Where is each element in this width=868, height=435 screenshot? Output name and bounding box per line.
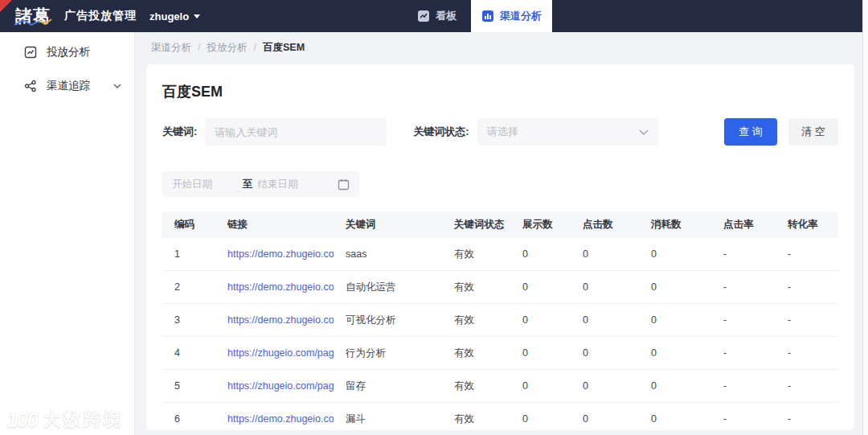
breadcrumb-separator: / xyxy=(253,42,256,53)
row-link[interactable]: https://demo.zhugeio.com/ac xyxy=(227,413,334,425)
cell-keyword: 行为分析 xyxy=(334,337,442,370)
end-date-input[interactable] xyxy=(258,179,327,190)
keyword-input[interactable] xyxy=(205,118,387,146)
cell-cvr: - xyxy=(776,403,838,430)
keyword-status-select[interactable]: 请选择 xyxy=(477,118,658,146)
bar-chart-icon xyxy=(481,10,494,23)
column-header: 展示数 xyxy=(510,211,571,238)
keyword-status-label: 关键词状态: xyxy=(413,125,469,139)
cell-keyword: saas xyxy=(334,238,442,271)
caret-down-icon xyxy=(194,14,200,18)
breadcrumb-separator: / xyxy=(198,42,200,53)
cell-ctr: - xyxy=(711,238,776,271)
cell-impressions: 0 xyxy=(510,337,571,370)
cell-cost: 0 xyxy=(639,337,711,370)
cell-link: https://demo.zhugeio.com/ac xyxy=(215,403,334,430)
column-header: 编码 xyxy=(162,211,215,238)
cell-status: 有效 xyxy=(442,238,510,271)
line-chart-icon xyxy=(417,10,430,23)
select-placeholder: 请选择 xyxy=(487,125,518,139)
cell-status: 有效 xyxy=(442,370,510,403)
tab-channel-label: 渠道分析 xyxy=(500,9,542,23)
chevron-down-icon xyxy=(113,84,121,88)
breadcrumb-item[interactable]: 投放分析 / xyxy=(207,41,262,55)
cell-impressions: 0 xyxy=(510,271,571,304)
search-button[interactable]: 查 询 xyxy=(724,118,777,146)
chevron-down-icon xyxy=(639,129,649,135)
cell-cvr: - xyxy=(776,304,838,337)
column-header: 转化率 xyxy=(776,211,838,238)
tab-dashboard[interactable]: 看板 xyxy=(417,0,457,32)
cell-impressions: 0 xyxy=(510,304,571,337)
cell-cost: 0 xyxy=(639,304,711,337)
cell-cvr: - xyxy=(776,271,838,304)
cell-id: 3 xyxy=(162,304,215,337)
filter-buttons: 查 询 清 空 xyxy=(724,118,838,146)
table-header-row: 编码 链接 关键词 关键词状态 展示数 点击数 消耗数 xyxy=(162,211,838,238)
page-scrollbar[interactable] xyxy=(862,0,868,435)
column-header: 点击数 xyxy=(571,211,639,238)
start-date-input[interactable] xyxy=(172,179,241,190)
cell-link: https://demo.zhugeio.com/ac xyxy=(215,271,334,304)
table-row: 1 https://demo.zhugeio.com/ac saas 有效 0 … xyxy=(162,238,838,271)
cell-clicks: 0 xyxy=(571,403,639,430)
breadcrumb-item[interactable]: 渠道分析 / xyxy=(151,41,207,55)
cell-link: https://zhugeio.com/page/bu xyxy=(215,337,334,370)
sidebar-item-delivery-analysis[interactable]: 投放分析 xyxy=(0,35,134,69)
column-header: 链接 xyxy=(215,211,334,238)
cell-keyword: 自动化运营 xyxy=(334,271,442,304)
cell-impressions: 0 xyxy=(510,238,571,271)
table-body: 1 https://demo.zhugeio.com/ac saas 有效 0 … xyxy=(162,238,838,430)
share-nodes-icon xyxy=(24,80,37,92)
cell-link: https://zhugeio.com/page/bu xyxy=(215,370,334,403)
clear-button[interactable]: 清 空 xyxy=(788,118,838,146)
row-link[interactable]: https://demo.zhugeio.com/ac xyxy=(227,314,334,326)
sidebar-item-label: 渠道追踪 xyxy=(47,79,90,93)
cell-clicks: 0 xyxy=(571,271,639,304)
cell-impressions: 0 xyxy=(510,403,571,430)
table-row: 4 https://zhugeio.com/page/bu 行为分析 有效 0 … xyxy=(162,337,838,370)
column-header: 消耗数 xyxy=(639,211,711,238)
brand-logo: 諸葛 xyxy=(15,3,51,29)
breadcrumb-item[interactable]: 百度SEM / xyxy=(263,41,305,55)
cell-link: https://demo.zhugeio.com/ac xyxy=(215,238,334,271)
cell-id: 4 xyxy=(162,337,215,370)
cell-clicks: 0 xyxy=(571,337,639,370)
cell-clicks: 0 xyxy=(571,304,639,337)
tab-channel-analysis[interactable]: 渠道分析 xyxy=(471,0,552,32)
row-link[interactable]: https://zhugeio.com/page/bu xyxy=(227,380,334,392)
tab-dashboard-label: 看板 xyxy=(436,9,457,23)
cell-status: 有效 xyxy=(442,403,510,430)
row-link[interactable]: https://demo.zhugeio.com/ac xyxy=(227,248,334,260)
date-separator: 至 xyxy=(243,178,253,191)
cell-cost: 0 xyxy=(639,370,711,403)
sidebar: 投放分析 渠道追踪 xyxy=(0,32,135,435)
main-content: 渠道分析 / 投放分析 / 百度SEM / 百度SEM 关键词: xyxy=(135,32,862,435)
cell-cost: 0 xyxy=(639,271,711,304)
cell-ctr: - xyxy=(711,337,776,370)
page-title: 百度SEM xyxy=(162,82,838,101)
cell-clicks: 0 xyxy=(571,370,639,403)
table-row: 3 https://demo.zhugeio.com/ac 可视化分析 有效 0… xyxy=(162,304,838,337)
row-link[interactable]: https://demo.zhugeio.com/ac xyxy=(227,281,334,293)
column-header: 关键词状态 xyxy=(442,211,510,238)
cell-keyword: 留存 xyxy=(334,370,442,403)
keywords-table: 编码 链接 关键词 关键词状态 展示数 点击数 消耗数 xyxy=(162,211,838,430)
report-icon xyxy=(24,46,37,59)
cell-cost: 0 xyxy=(639,403,711,430)
cell-cvr: - xyxy=(776,370,838,403)
cell-impressions: 0 xyxy=(510,370,571,403)
top-navbar: 諸葛 广告投放管理 zhugelo 看板 渠道分析 xyxy=(0,0,862,32)
cell-keyword: 可视化分析 xyxy=(334,304,442,337)
cell-ctr: - xyxy=(711,403,776,430)
date-range-picker[interactable]: 至 xyxy=(162,171,359,197)
sidebar-item-channel-tracking[interactable]: 渠道追踪 xyxy=(0,69,134,103)
cell-keyword: 漏斗 xyxy=(334,403,442,430)
cell-status: 有效 xyxy=(442,337,510,370)
cell-id: 1 xyxy=(162,238,215,271)
calendar-icon[interactable] xyxy=(338,179,350,191)
user-menu[interactable]: zhugelo xyxy=(149,0,200,32)
app-screen: 諸葛 广告投放管理 zhugelo 看板 渠道分析 xyxy=(0,0,868,435)
sidebar-item-label: 投放分析 xyxy=(47,45,90,60)
row-link[interactable]: https://zhugeio.com/page/bu xyxy=(227,347,334,359)
